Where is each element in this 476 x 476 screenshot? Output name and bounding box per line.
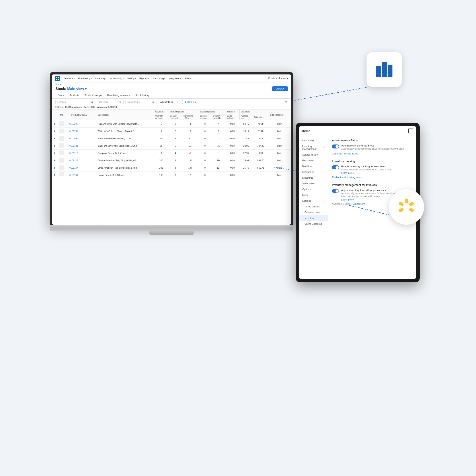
tab-stock-history[interactable]: Stock history <box>133 93 152 98</box>
table-cell: 6 <box>182 128 198 135</box>
col-qty-reserved: Quantityreserved <box>169 114 182 120</box>
tab-stock[interactable]: Stock <box>55 93 67 98</box>
quantity-filter[interactable]: All quantities ▾ <box>158 100 180 104</box>
product-desc: Compass Bicycle Bell, 41mm <box>96 150 154 157</box>
sidebar-item-library[interactable]: Item library <box>299 138 328 143</box>
product-sku[interactable]: 0109101 <box>68 142 96 150</box>
add-row-button[interactable]: + <box>54 129 55 133</box>
bar2 <box>382 62 387 77</box>
add-row-button[interactable]: + <box>54 151 55 155</box>
nav-reports[interactable]: Reports ▾ <box>138 77 151 80</box>
tab-reordering-summary[interactable]: Reordering summary <box>105 93 133 98</box>
table-cell: 17 <box>182 135 198 142</box>
product-image <box>59 136 64 141</box>
add-row-button[interactable]: + <box>54 137 55 140</box>
product-sku[interactable]: 0109161 <box>68 171 96 176</box>
sidebar-item-options[interactable]: Options <box>299 186 328 192</box>
nav-purchasing[interactable]: Purchasing ▾ <box>77 77 93 80</box>
nav-inventory[interactable]: Inventory ▾ <box>94 77 108 80</box>
table-cell: Main <box>269 120 291 128</box>
main-view-dropdown[interactable]: Main view ▾ <box>67 87 87 91</box>
product-desc: Large American Flag Bicycle Bell, 53mm <box>96 164 154 171</box>
nav-logo <box>55 76 60 81</box>
location-filter[interactable]: Location 🔍 <box>55 100 95 104</box>
tab-product-lookups[interactable]: Product lookups <box>82 93 105 98</box>
sidebar-item-dining-options[interactable]: Dining Options <box>299 204 328 209</box>
stock-table-container[interactable]: Img ↓ Product ID (SKU) Description Physi… <box>52 109 291 176</box>
table-cell: 0 <box>198 120 212 128</box>
product-desc: Black Steel Basket Bracket, 1-1/8in <box>96 135 154 142</box>
sidebar-item-sales-taxes[interactable]: Sales taxes <box>299 181 328 186</box>
applicable-locations-label: Applicable locations <box>332 203 352 205</box>
section3-title: Inventory management for invoices <box>332 184 412 187</box>
toggle-inventory-tracking[interactable] <box>332 165 339 169</box>
inventory-tracking-label: Enable inventory tracking for new items <box>341 165 412 168</box>
sidebar-item-categories[interactable]: Categories <box>299 169 328 175</box>
stock-table: Img ↓ Product ID (SKU) Description Physi… <box>52 109 291 176</box>
toggle-auto-generate[interactable] <box>332 144 339 149</box>
svg-rect-4 <box>58 77 59 78</box>
product-sku[interactable]: 0109113 <box>68 150 96 157</box>
add-row-button[interactable]: + <box>54 122 55 126</box>
sidebar-item-inventory-management[interactable]: Inventory management ▾ <box>299 143 328 152</box>
table-cell: Main <box>269 157 291 164</box>
table-cell: 6 <box>169 157 182 164</box>
nav-barcoding[interactable]: Barcoding ▾ <box>151 77 167 80</box>
table-cell <box>212 171 226 176</box>
export-button[interactable]: Export ▾ <box>272 86 288 91</box>
add-row-button[interactable]: + <box>54 159 55 162</box>
table-cell: 0 <box>198 150 212 157</box>
blue-logo-bars <box>376 62 392 77</box>
sidebar-item-resources[interactable]: Resources <box>299 158 328 163</box>
section-inventory-tracking: Inventory tracking Enable inventory trac… <box>332 160 412 179</box>
add-row-button[interactable]: + <box>54 173 55 176</box>
col-desc: Description <box>96 109 154 120</box>
more-filter[interactable]: ⚙ More: 1 ▾ <box>182 100 198 104</box>
product-sku[interactable]: 0109125 <box>68 157 96 164</box>
sidebar-item-modifiers[interactable]: Modifiers <box>299 163 328 169</box>
table-cell: 2.995 <box>239 142 253 150</box>
add-row-button[interactable]: + <box>54 166 55 170</box>
table-cell: 36 <box>154 142 169 150</box>
product-sku[interactable]: 0107238 <box>68 128 96 135</box>
add-row-button[interactable]: + <box>54 144 55 148</box>
ray2 <box>405 199 408 204</box>
sidebar-item-service-library[interactable]: Service library <box>299 152 328 158</box>
create-button[interactable]: Create ▾ <box>268 77 277 80</box>
import-button[interactable]: Import ▾ <box>279 77 288 80</box>
nav-fba[interactable]: FBA ▾ <box>183 77 192 80</box>
toggle-invoices[interactable] <box>332 189 339 193</box>
applicable-locations-value[interactable]: All locations <box>353 203 365 205</box>
sidebar-item-discounts[interactable]: Discounts <box>299 175 328 181</box>
col-on-hand: Quantityon hand <box>154 114 169 120</box>
product-sku[interactable]: 0107226 <box>68 120 96 128</box>
manufacturer-filter[interactable]: Manufacturer 🔍 <box>125 100 156 104</box>
nav-accounting[interactable]: Accounting ▾ <box>109 77 125 80</box>
table-cell: 200 <box>154 157 169 164</box>
tab-products[interactable]: Products <box>67 93 82 98</box>
product-sku[interactable]: 0109137 <box>68 164 96 171</box>
table-cell: -1 <box>212 150 226 157</box>
table-cell: 81.20 <box>253 128 269 135</box>
sidebar-item-comp-void[interactable]: Comp and Void <box>299 209 328 215</box>
sort-button[interactable]: ⇅ <box>285 100 288 104</box>
tablet-header-icon <box>408 129 413 133</box>
enable-for-existing-items-link[interactable]: Enable for all existing items <box>332 176 412 179</box>
tablet-sidebar: Item library Inventory management ▾ Serv… <box>299 136 328 279</box>
sidebar-item-inventory[interactable]: Inventory <box>299 215 328 221</box>
nav-analytics[interactable]: Analytics ▾ <box>62 77 76 80</box>
product-desc: Flower Bicycle Bell, 38mm <box>96 171 154 176</box>
inventory-tracking-learn-more[interactable]: Learn more › <box>341 172 412 174</box>
table-cell: 107.82 <box>253 142 269 150</box>
sidebar-item-online-checkout[interactable]: Online Checkout <box>299 221 328 227</box>
sidebar-item-settings[interactable]: Settings ▴ <box>299 198 328 204</box>
tab-bar: Stock Products Product lookups Reorderin… <box>52 93 291 99</box>
generate-missing-skus-link[interactable]: Generate missing SKUs <box>332 152 412 155</box>
product-sku[interactable]: 0107990 <box>68 135 96 142</box>
category-filter[interactable]: Category 🔍 <box>97 100 124 104</box>
table-cell: Main <box>269 164 291 171</box>
nav-selling[interactable]: Selling ▾ <box>126 77 137 80</box>
table-cell: 49.88 <box>253 120 269 128</box>
sidebar-item-units[interactable]: Units <box>299 192 328 198</box>
nav-integrations[interactable]: Integrations <box>167 77 183 80</box>
